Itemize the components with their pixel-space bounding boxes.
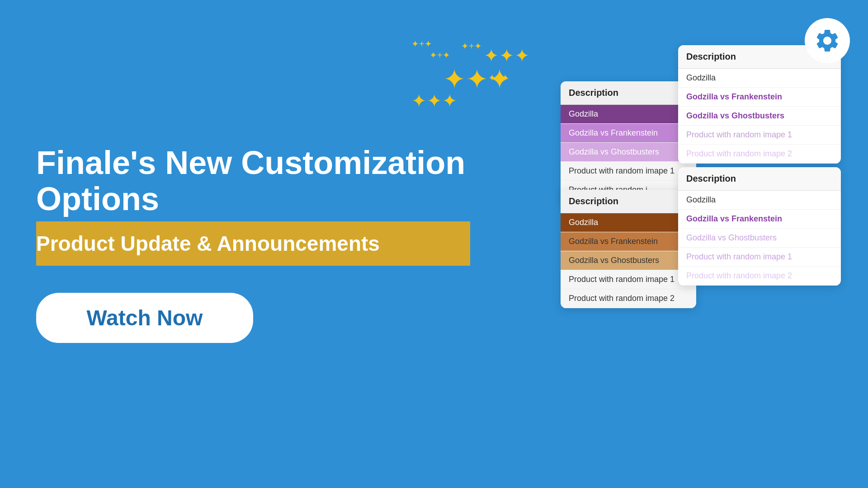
panel-bottom-right-item-4[interactable]: Product with random imape 1 [678,248,841,267]
main-title: Finale's New Customization Options [36,145,470,216]
subtitle-text: Product Update & Announcements [36,232,380,255]
main-background: Finale's New Customization Options Produ… [0,0,868,488]
panel-bottom-left-row-1: Godzilla [561,213,696,232]
panel-bottom-left-row-5: Product with random imape 2 [561,289,696,308]
panel-bottom-right-header: Description [678,167,841,191]
panel-top-right-item-1[interactable]: Godzilla [678,69,841,88]
sparkles-decoration: + + ✦ ✦ + ✦ + [384,36,520,127]
panel-top-right-item-3[interactable]: Godzilla vs Ghostbusters [678,107,841,126]
panel-bottom-left-row-3: Godzilla vs Ghostbusters [561,251,696,270]
panel-bottom-right-item-2[interactable]: Godzilla vs Frankenstein [678,210,841,229]
panel-top-left-row-1: Godzilla [561,105,696,124]
watch-now-button[interactable]: Watch Now [36,293,253,343]
panel-bottom-left-header: Description [561,190,696,213]
panel-bottom-right-item-3[interactable]: Godzilla vs Ghostbusters [678,229,841,248]
gear-icon-container[interactable] [805,18,850,63]
sparkle-icon-2: + [461,41,482,52]
panel-bottom-right-item-5[interactable]: Product with random imape 2 [678,267,841,286]
panel-top-right-item-5[interactable]: Product with random imape 2 [678,145,841,164]
panel-top-right-item-4[interactable]: Product with random imape 1 [678,126,841,145]
sparkle-icon-6: ✦ [411,90,458,111]
sparkle-icon-1: + [429,50,450,61]
panel-bottom-left-row-4: Product with random imape 1 [561,270,696,289]
panel-bottom-left: Description Godzilla Godzilla vs Franken… [561,190,696,308]
sparkle-icon-4: ✦ [484,45,530,66]
panel-top-right: Description Godzilla Godzilla vs Franken… [678,45,841,164]
panel-bottom-left-row-2: Godzilla vs Frankenstein [561,232,696,251]
panel-top-left: Description Godzilla Godzilla vs Franken… [561,81,696,200]
subtitle-bar: Product Update & Announcements [36,221,470,266]
sparkle-icon-7: + [411,38,432,49]
gear-icon [814,27,841,54]
panel-top-left-row-3: Godzilla vs Ghostbusters [561,143,696,162]
panel-bottom-right: Description Godzilla Godzilla vs Franken… [678,167,841,286]
panel-top-left-header: Description [561,81,696,105]
sparkle-icon-5: + [488,72,509,83]
panel-top-left-row-4: Product with random imape 1 [561,162,696,181]
panel-bottom-right-item-1[interactable]: Godzilla [678,191,841,210]
panel-top-left-row-2: Godzilla vs Frankenstein [561,124,696,143]
panel-top-right-item-2[interactable]: Godzilla vs Frankenstein [678,88,841,107]
